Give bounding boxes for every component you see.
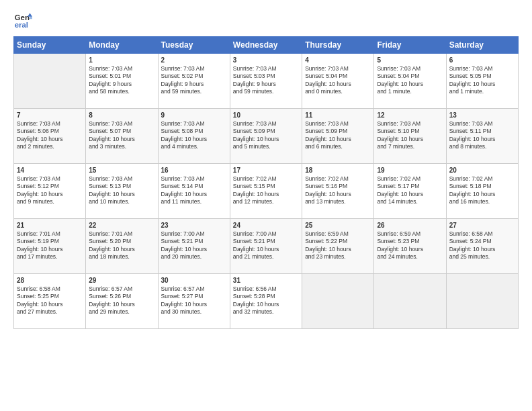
day-info: Sunrise: 7:01 AM Sunset: 5:19 PM Dayligh…	[17, 230, 83, 261]
calendar-cell: 5Sunrise: 7:03 AM Sunset: 5:04 PM Daylig…	[374, 54, 446, 109]
day-number: 10	[233, 111, 299, 119]
page-header: Gen eral	[13, 11, 519, 30]
day-info: Sunrise: 7:02 AM Sunset: 5:17 PM Dayligh…	[377, 175, 443, 206]
day-info: Sunrise: 7:03 AM Sunset: 5:07 PM Dayligh…	[89, 120, 154, 151]
week-row-5: 28Sunrise: 6:58 AM Sunset: 5:25 PM Dayli…	[14, 274, 519, 329]
calendar-cell: 8Sunrise: 7:03 AM Sunset: 5:07 PM Daylig…	[86, 109, 158, 164]
calendar-cell: 4Sunrise: 7:03 AM Sunset: 5:04 PM Daylig…	[302, 54, 374, 109]
day-number: 8	[89, 111, 154, 119]
day-number: 1	[89, 56, 154, 64]
day-info: Sunrise: 7:00 AM Sunset: 5:21 PM Dayligh…	[161, 230, 227, 261]
day-info: Sunrise: 7:00 AM Sunset: 5:21 PM Dayligh…	[233, 230, 299, 261]
day-info: Sunrise: 7:03 AM Sunset: 5:02 PM Dayligh…	[161, 65, 227, 96]
day-number: 23	[161, 222, 227, 229]
day-info: Sunrise: 6:57 AM Sunset: 5:27 PM Dayligh…	[161, 285, 227, 316]
calendar-table: SundayMondayTuesdayWednesdayThursdayFrid…	[13, 36, 519, 329]
calendar-cell: 12Sunrise: 7:03 AM Sunset: 5:10 PM Dayli…	[374, 109, 446, 164]
day-number: 20	[449, 167, 515, 174]
svg-text:eral: eral	[15, 21, 28, 29]
calendar-cell	[374, 274, 446, 329]
day-info: Sunrise: 7:02 AM Sunset: 5:16 PM Dayligh…	[305, 175, 371, 206]
calendar-cell	[446, 274, 518, 329]
day-info: Sunrise: 7:03 AM Sunset: 5:09 PM Dayligh…	[305, 120, 371, 151]
header-sunday: Sunday	[14, 37, 86, 54]
day-info: Sunrise: 7:03 AM Sunset: 5:13 PM Dayligh…	[89, 175, 154, 206]
day-info: Sunrise: 6:59 AM Sunset: 5:22 PM Dayligh…	[305, 230, 371, 261]
calendar-cell: 17Sunrise: 7:02 AM Sunset: 5:15 PM Dayli…	[230, 164, 302, 219]
day-number: 2	[161, 56, 227, 64]
header-friday: Friday	[374, 37, 446, 54]
day-number: 14	[17, 167, 83, 174]
day-number: 24	[233, 222, 299, 229]
header-thursday: Thursday	[302, 37, 374, 54]
header-tuesday: Tuesday	[158, 37, 230, 54]
calendar-cell: 7Sunrise: 7:03 AM Sunset: 5:06 PM Daylig…	[14, 109, 86, 164]
calendar-cell: 3Sunrise: 7:03 AM Sunset: 5:03 PM Daylig…	[230, 54, 302, 109]
day-number: 19	[377, 167, 443, 174]
calendar-cell: 25Sunrise: 6:59 AM Sunset: 5:22 PM Dayli…	[302, 219, 374, 274]
day-info: Sunrise: 7:02 AM Sunset: 5:18 PM Dayligh…	[449, 175, 515, 206]
header-wednesday: Wednesday	[230, 37, 302, 54]
day-number: 15	[89, 167, 154, 174]
calendar-cell: 20Sunrise: 7:02 AM Sunset: 5:18 PM Dayli…	[446, 164, 518, 219]
calendar-cell: 22Sunrise: 7:01 AM Sunset: 5:20 PM Dayli…	[86, 219, 158, 274]
day-info: Sunrise: 7:03 AM Sunset: 5:03 PM Dayligh…	[233, 65, 299, 96]
calendar-cell: 13Sunrise: 7:03 AM Sunset: 5:11 PM Dayli…	[446, 109, 518, 164]
day-number: 18	[305, 167, 371, 174]
calendar-cell: 28Sunrise: 6:58 AM Sunset: 5:25 PM Dayli…	[14, 274, 86, 329]
day-number: 3	[233, 56, 299, 64]
day-info: Sunrise: 6:56 AM Sunset: 5:28 PM Dayligh…	[233, 285, 299, 316]
day-info: Sunrise: 7:01 AM Sunset: 5:20 PM Dayligh…	[89, 230, 154, 261]
day-number: 27	[449, 222, 515, 229]
calendar-cell: 26Sunrise: 6:59 AM Sunset: 5:23 PM Dayli…	[374, 219, 446, 274]
calendar-cell: 2Sunrise: 7:03 AM Sunset: 5:02 PM Daylig…	[158, 54, 230, 109]
day-number: 13	[449, 111, 515, 119]
day-info: Sunrise: 6:58 AM Sunset: 5:24 PM Dayligh…	[449, 230, 515, 261]
day-info: Sunrise: 6:58 AM Sunset: 5:25 PM Dayligh…	[17, 285, 83, 316]
calendar-cell: 10Sunrise: 7:03 AM Sunset: 5:09 PM Dayli…	[230, 109, 302, 164]
calendar-cell: 29Sunrise: 6:57 AM Sunset: 5:26 PM Dayli…	[86, 274, 158, 329]
logo: Gen eral	[13, 11, 35, 30]
day-info: Sunrise: 7:02 AM Sunset: 5:15 PM Dayligh…	[233, 175, 299, 206]
calendar-cell: 16Sunrise: 7:03 AM Sunset: 5:14 PM Dayli…	[158, 164, 230, 219]
calendar-cell: 31Sunrise: 6:56 AM Sunset: 5:28 PM Dayli…	[230, 274, 302, 329]
day-number: 12	[377, 111, 443, 119]
day-number: 25	[305, 222, 371, 229]
day-info: Sunrise: 7:03 AM Sunset: 5:04 PM Dayligh…	[377, 65, 443, 96]
day-number: 28	[17, 277, 83, 284]
week-row-1: 1Sunrise: 7:03 AM Sunset: 5:01 PM Daylig…	[14, 54, 519, 109]
calendar-header-row: SundayMondayTuesdayWednesdayThursdayFrid…	[14, 37, 519, 54]
day-info: Sunrise: 7:03 AM Sunset: 5:09 PM Dayligh…	[233, 120, 299, 151]
day-info: Sunrise: 6:59 AM Sunset: 5:23 PM Dayligh…	[377, 230, 443, 261]
calendar-cell: 9Sunrise: 7:03 AM Sunset: 5:08 PM Daylig…	[158, 109, 230, 164]
calendar-body: 1Sunrise: 7:03 AM Sunset: 5:01 PM Daylig…	[14, 54, 519, 329]
day-number: 9	[161, 111, 227, 119]
calendar-cell: 6Sunrise: 7:03 AM Sunset: 5:05 PM Daylig…	[446, 54, 518, 109]
calendar-cell: 30Sunrise: 6:57 AM Sunset: 5:27 PM Dayli…	[158, 274, 230, 329]
day-number: 26	[377, 222, 443, 229]
day-info: Sunrise: 7:03 AM Sunset: 5:01 PM Dayligh…	[89, 65, 154, 96]
calendar-cell: 11Sunrise: 7:03 AM Sunset: 5:09 PM Dayli…	[302, 109, 374, 164]
week-row-3: 14Sunrise: 7:03 AM Sunset: 5:12 PM Dayli…	[14, 164, 519, 219]
calendar-cell: 15Sunrise: 7:03 AM Sunset: 5:13 PM Dayli…	[86, 164, 158, 219]
day-number: 17	[233, 167, 299, 174]
day-info: Sunrise: 7:03 AM Sunset: 5:10 PM Dayligh…	[377, 120, 443, 151]
day-info: Sunrise: 7:03 AM Sunset: 5:05 PM Dayligh…	[449, 65, 515, 96]
calendar-cell	[302, 274, 374, 329]
day-number: 7	[17, 111, 83, 119]
calendar-cell: 23Sunrise: 7:00 AM Sunset: 5:21 PM Dayli…	[158, 219, 230, 274]
header-saturday: Saturday	[446, 37, 518, 54]
day-info: Sunrise: 7:03 AM Sunset: 5:06 PM Dayligh…	[17, 120, 83, 151]
logo-icon: Gen eral	[13, 11, 32, 30]
calendar-cell: 24Sunrise: 7:00 AM Sunset: 5:21 PM Dayli…	[230, 219, 302, 274]
day-info: Sunrise: 7:03 AM Sunset: 5:12 PM Dayligh…	[17, 175, 83, 206]
calendar-cell: 21Sunrise: 7:01 AM Sunset: 5:19 PM Dayli…	[14, 219, 86, 274]
calendar-cell: 19Sunrise: 7:02 AM Sunset: 5:17 PM Dayli…	[374, 164, 446, 219]
day-number: 29	[89, 277, 154, 284]
calendar-cell: 14Sunrise: 7:03 AM Sunset: 5:12 PM Dayli…	[14, 164, 86, 219]
day-number: 6	[449, 56, 515, 64]
day-number: 4	[305, 56, 371, 64]
calendar-cell: 1Sunrise: 7:03 AM Sunset: 5:01 PM Daylig…	[86, 54, 158, 109]
day-info: Sunrise: 7:03 AM Sunset: 5:14 PM Dayligh…	[161, 175, 227, 206]
week-row-4: 21Sunrise: 7:01 AM Sunset: 5:19 PM Dayli…	[14, 219, 519, 274]
